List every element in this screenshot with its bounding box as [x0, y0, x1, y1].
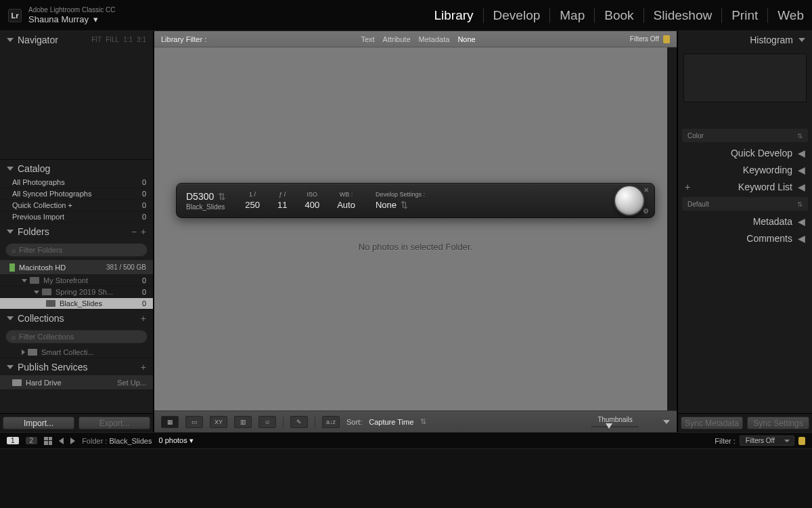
sort-label: Sort:: [346, 418, 362, 426]
collection-filter-placeholder: Filter Collections: [19, 333, 74, 341]
sync-settings-button[interactable]: Sync Settings: [747, 417, 809, 429]
filters-off-label[interactable]: Filters Off: [630, 35, 659, 43]
module-web[interactable]: Web: [768, 8, 804, 23]
catalog-item[interactable]: All Synced Photographs0: [0, 188, 153, 200]
filter-tab-none[interactable]: None: [457, 35, 475, 43]
sync-metadata-button[interactable]: Sync Metadata: [681, 417, 743, 429]
photo-count[interactable]: 0 photos ▾: [158, 436, 193, 445]
add-folder-icon[interactable]: +: [141, 226, 146, 237]
module-book[interactable]: Book: [595, 8, 644, 23]
nav-back-icon[interactable]: [59, 438, 64, 444]
folder-item[interactable]: My Storefront0: [0, 275, 153, 287]
hud-exposure-cell: 1 /250: [245, 191, 260, 210]
navigator-panel-header[interactable]: Navigator FITFILL1:13:1: [0, 31, 153, 48]
nav-forward-icon[interactable]: [70, 438, 75, 444]
add-collection-icon[interactable]: +: [141, 313, 146, 324]
grid-area: D5300⇅ Black_Slides 1 /250ƒ /11ISO400WB …: [154, 47, 677, 410]
chevron-down-icon: [7, 316, 14, 320]
sort-direction-button[interactable]: a↓z: [322, 416, 340, 428]
publish-service[interactable]: Hard DriveSet Up...: [0, 375, 153, 390]
catalog-item[interactable]: Quick Collection +0: [0, 200, 153, 211]
search-icon: ⌕: [12, 246, 16, 254]
volume-name: Macintosh HD: [19, 263, 66, 272]
hud-exposure-cell: ISO400: [304, 191, 319, 210]
secondary-grid-icon[interactable]: [44, 437, 52, 445]
remove-folder-icon[interactable]: −: [131, 226, 137, 237]
grid-view-button[interactable]: ▦: [161, 416, 179, 428]
chevron-updown-icon[interactable]: ⇅: [420, 417, 426, 426]
module-print[interactable]: Print: [722, 8, 768, 23]
module-develop[interactable]: Develop: [484, 8, 551, 23]
catalog-item[interactable]: All Photographs0: [0, 177, 153, 188]
chevron-down-icon: [7, 230, 14, 234]
compare-view-button[interactable]: XY: [210, 416, 227, 428]
catalog-item[interactable]: Previous Import0: [0, 211, 153, 223]
sort-value[interactable]: Capture Time: [369, 418, 413, 426]
shutter-button[interactable]: [614, 185, 645, 216]
filmstrip[interactable]: [0, 448, 812, 508]
collections-panel-header[interactable]: Collections +: [0, 310, 153, 326]
navigator-zoom[interactable]: FITFILL1:13:1: [91, 36, 146, 43]
metadata-preset-dropdown[interactable]: Default⇅: [682, 197, 808, 211]
hud-dev-value[interactable]: None: [376, 200, 397, 210]
import-button[interactable]: Import...: [3, 417, 74, 429]
close-icon[interactable]: ✕: [644, 186, 649, 194]
identity[interactable]: Lr Adobe Lightroom Classic CC Shauna Mur…: [8, 6, 115, 25]
folders-title: Folders: [18, 226, 49, 237]
filter-tab-metadata[interactable]: Metadata: [419, 35, 450, 43]
catalog-panel-header[interactable]: Catalog: [0, 160, 153, 177]
collection-item[interactable]: Smart Collecti...: [0, 347, 153, 358]
people-view-button[interactable]: ☺: [258, 416, 276, 428]
publish-panel-header[interactable]: Publish Services +: [0, 358, 153, 375]
panel-metadata[interactable]: Metadata◀: [678, 213, 812, 230]
folder-filter-input[interactable]: ⌕ Filter Folders: [5, 243, 148, 257]
gear-icon[interactable]: ⚙: [643, 207, 649, 215]
qd-preset-dropdown[interactable]: Color⇅: [682, 129, 808, 142]
panel-comments[interactable]: Comments◀: [678, 230, 812, 247]
module-slideshow[interactable]: Slideshow: [644, 8, 723, 23]
folder-item[interactable]: Black_Slides0: [0, 298, 153, 310]
user-name: Shauna Murray ▾: [28, 14, 115, 25]
export-button[interactable]: Export...: [78, 417, 150, 429]
hud-exposure-cell: WB :Auto: [337, 191, 355, 210]
search-icon: ⌕: [12, 333, 16, 341]
module-map[interactable]: Map: [550, 8, 595, 23]
module-library[interactable]: Library: [425, 8, 484, 23]
app-logo-icon: Lr: [8, 9, 22, 22]
breadcrumb[interactable]: Folder : Black_Slides: [82, 437, 152, 445]
filter-tab-attribute[interactable]: Attribute: [383, 35, 411, 43]
tether-hud: D5300⇅ Black_Slides 1 /250ƒ /11ISO400WB …: [176, 183, 655, 218]
filter-tab-text[interactable]: Text: [361, 35, 374, 43]
lock-icon[interactable]: [663, 35, 670, 43]
lock-icon[interactable]: [798, 437, 805, 445]
toolbar-disclosure[interactable]: [663, 420, 670, 424]
collection-filter-input[interactable]: ⌕ Filter Collections: [5, 330, 148, 343]
grid-toolbar: ▦ ▭ XY ▥ ☺ ✎ a↓z Sort: Capture Time ⇅ Th…: [154, 410, 677, 432]
panel-quick-develop[interactable]: Quick Develop◀: [678, 144, 812, 161]
loupe-view-button[interactable]: ▭: [185, 416, 203, 428]
chevron-down-icon: [798, 38, 805, 42]
thumbnail-size-control[interactable]: Thumbnails: [591, 416, 656, 427]
chevron-down-icon: [7, 365, 14, 369]
status-filter-dropdown[interactable]: Filters Off: [740, 436, 794, 446]
folders-panel-header[interactable]: Folders −+: [0, 223, 153, 240]
add-publish-icon[interactable]: +: [141, 362, 146, 373]
histogram-panel-header[interactable]: Histogram: [678, 31, 812, 48]
volume-row[interactable]: Macintosh HD 381 / 500 GB: [0, 260, 153, 275]
filmstrip-page-2[interactable]: 2: [26, 437, 38, 444]
folder-item[interactable]: Spring 2019 Sh...0: [0, 287, 153, 298]
top-bar: Lr Adobe Lightroom Classic CC Shauna Mur…: [0, 0, 812, 30]
chevron-down-icon: [7, 167, 14, 171]
filmstrip-page-1[interactable]: 1: [7, 437, 19, 444]
survey-view-button[interactable]: ▥: [234, 416, 252, 428]
hud-camera-name[interactable]: D5300: [186, 191, 214, 202]
painter-tool-button[interactable]: ✎: [290, 416, 308, 428]
collections-title: Collections: [18, 313, 64, 324]
panel-keyword-list[interactable]: +Keyword List◀: [678, 178, 812, 195]
chevron-updown-icon[interactable]: ⇅: [218, 191, 223, 202]
thumbnail-slider-knob[interactable]: [606, 423, 612, 429]
chevron-updown-icon[interactable]: ⇅: [401, 200, 408, 210]
panel-keywording[interactable]: Keywording◀: [678, 161, 812, 178]
publish-title: Publish Services: [18, 362, 88, 373]
histogram-title: Histogram: [750, 35, 793, 45]
